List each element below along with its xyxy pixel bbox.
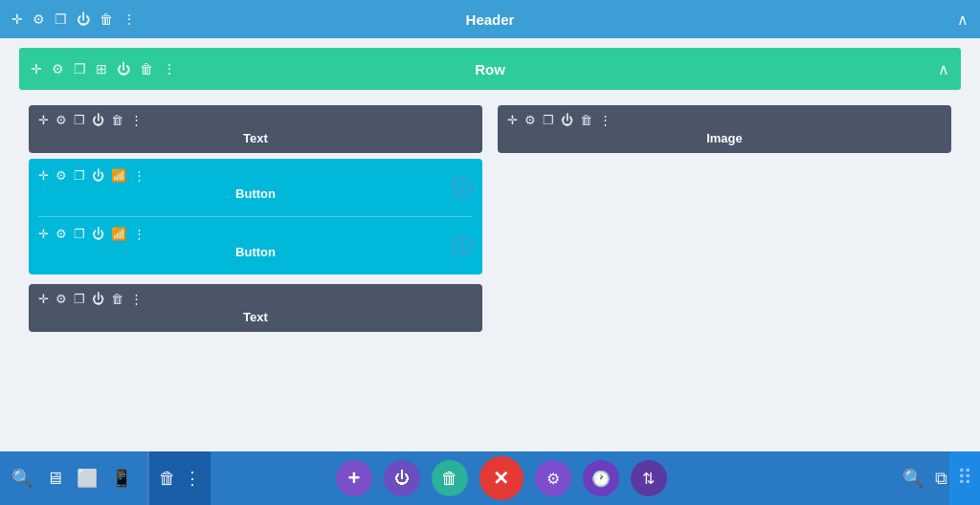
main-area: ✛ ⚙ ❐ ⊞ ⏻ 🗑 ⋮ Row ∧ ✛ ⚙ ❐ ⏻ 🗑 xyxy=(0,38,980,451)
toolbar-delete-button[interactable]: 🗑 xyxy=(432,460,468,496)
header-more-icon[interactable]: ⋮ xyxy=(122,11,136,27)
toolbar-trash-btn[interactable]: 🗑 xyxy=(159,469,176,489)
btn2-more-icon[interactable]: ⋮ xyxy=(133,227,145,241)
toolbar-add-button[interactable]: + xyxy=(336,460,372,496)
toolbar-sort-button[interactable]: ⇅ xyxy=(631,460,667,496)
button-module-2-label: Button xyxy=(38,245,473,267)
btn2-settings-icon[interactable]: ⚙ xyxy=(56,227,67,241)
text1-power-icon[interactable]: ⏻ xyxy=(92,113,104,127)
header-collapse-icon[interactable]: ∧ xyxy=(957,11,969,29)
image-module-header: ✛ ⚙ ❐ ⏻ 🗑 ⋮ xyxy=(498,105,951,131)
text-module-2-header: ✛ ⚙ ❐ ⏻ 🗑 ⋮ xyxy=(29,284,482,310)
text-module-1: ✛ ⚙ ❐ ⏻ 🗑 ⋮ Text xyxy=(29,105,482,153)
header-icons: ✛ ⚙ ❐ ⏻ 🗑 ⋮ xyxy=(11,11,136,27)
toolbar-center-buttons: + ⏻ 🗑 ✕ ⚙ 🕐 ⇅ xyxy=(336,456,667,500)
btn2-power-icon[interactable]: ⏻ xyxy=(92,227,104,241)
left-column: ✛ ⚙ ❐ ⏻ 🗑 ⋮ Text ✛ xyxy=(29,105,482,336)
image-module-label: Image xyxy=(498,131,951,153)
button-module-2-header: ✛ ⚙ ❐ ⏻ 📶 ⋮ xyxy=(38,221,473,245)
bottom-toolbar: 🔍 🖥 ⬜ 📱 🗑 ⋮ + ⏻ 🗑 ✕ ⚙ 🕐 ⇅ 🔍 ⧉ ? ⠿ xyxy=(0,451,980,505)
columns-container: ✛ ⚙ ❐ ⏻ 🗑 ⋮ Text ✛ xyxy=(19,105,961,336)
text1-settings-icon[interactable]: ⚙ xyxy=(56,113,67,127)
toolbar-history-button[interactable]: 🕐 xyxy=(583,460,619,496)
toolbar-more-btn[interactable]: ⋮ xyxy=(184,468,201,489)
text1-more-icon[interactable]: ⋮ xyxy=(130,113,143,127)
row-columns-icon[interactable]: ⊞ xyxy=(96,61,107,77)
text-module-1-icons: ✛ ⚙ ❐ ⏻ 🗑 ⋮ xyxy=(38,113,143,127)
toolbar-power-button[interactable]: ⏻ xyxy=(384,460,420,496)
header-move-icon[interactable]: ✛ xyxy=(11,11,23,27)
toolbar-left-icons: 🔍 🖥 ⬜ 📱 xyxy=(11,468,132,489)
text-module-2-label: Text xyxy=(29,310,482,332)
btn2-move-icon[interactable]: ✛ xyxy=(38,227,49,241)
text-module-2: ✛ ⚙ ❐ ⏻ 🗑 ⋮ Text xyxy=(29,284,482,332)
btn1-settings-icon[interactable]: ⚙ xyxy=(56,168,67,183)
img-move-icon[interactable]: ✛ xyxy=(507,113,518,127)
image-icons: ✛ ⚙ ❐ ⏻ 🗑 ⋮ xyxy=(507,113,612,127)
header-settings-icon[interactable]: ⚙ xyxy=(33,11,45,27)
header-copy-icon[interactable]: ❐ xyxy=(55,11,67,27)
btn1-power-icon[interactable]: ⏻ xyxy=(92,168,104,183)
row-copy-icon[interactable]: ❐ xyxy=(74,61,86,77)
button-module-1: ✛ ⚙ ❐ ⏻ 📶 ⋮ Button ① xyxy=(29,159,482,216)
row-settings-icon[interactable]: ⚙ xyxy=(52,61,64,77)
toolbar-settings-button[interactable]: ⚙ xyxy=(535,460,571,496)
text2-copy-icon[interactable]: ❐ xyxy=(74,292,85,306)
text-module-1-label: Text xyxy=(29,131,482,153)
img-copy-icon[interactable]: ❐ xyxy=(543,113,554,127)
row-collapse-icon[interactable]: ∧ xyxy=(938,60,949,78)
row-bar: ✛ ⚙ ❐ ⊞ ⏻ 🗑 ⋮ Row ∧ xyxy=(19,48,961,90)
btn1-move-icon[interactable]: ✛ xyxy=(38,168,49,183)
image-module: ✛ ⚙ ❐ ⏻ 🗑 ⋮ Image xyxy=(498,105,951,153)
row-more-icon[interactable]: ⋮ xyxy=(163,61,176,77)
dot-grid-icon: ⠿ xyxy=(957,466,972,491)
text2-settings-icon[interactable]: ⚙ xyxy=(56,292,67,306)
toolbar-tablet-icon[interactable]: ⬜ xyxy=(77,468,98,489)
header-power-icon[interactable]: ⏻ xyxy=(77,11,90,27)
toolbar-layers-icon[interactable]: ⧉ xyxy=(935,469,947,489)
text-module-1-header: ✛ ⚙ ❐ ⏻ 🗑 ⋮ xyxy=(29,105,482,131)
text2-more-icon[interactable]: ⋮ xyxy=(130,292,143,306)
row-trash-icon[interactable]: 🗑 xyxy=(140,61,153,77)
header-trash-icon[interactable]: 🗑 xyxy=(100,11,113,27)
button-module-1-header: ✛ ⚙ ❐ ⏻ 📶 ⋮ xyxy=(38,163,473,187)
img-settings-icon[interactable]: ⚙ xyxy=(524,113,536,127)
img-power-icon[interactable]: ⏻ xyxy=(561,113,573,127)
img-more-icon[interactable]: ⋮ xyxy=(599,113,612,127)
text2-move-icon[interactable]: ✛ xyxy=(38,292,49,306)
button1-badge: ① xyxy=(452,177,473,198)
toolbar-trash-area: 🗑 ⋮ xyxy=(147,451,211,505)
row-move-icon[interactable]: ✛ xyxy=(31,61,42,77)
btn1-more-icon[interactable]: ⋮ xyxy=(133,168,145,183)
text2-trash-icon[interactable]: 🗑 xyxy=(111,292,123,306)
button-module-2: ✛ ⚙ ❐ ⏻ 📶 ⋮ Button ② xyxy=(29,217,482,274)
btn1-copy-icon[interactable]: ❐ xyxy=(74,168,85,183)
text2-power-icon[interactable]: ⏻ xyxy=(92,292,104,306)
img-trash-icon[interactable]: 🗑 xyxy=(580,113,592,127)
cyan-buttons-container: ✛ ⚙ ❐ ⏻ 📶 ⋮ Button ① xyxy=(29,159,482,274)
btn2-copy-icon[interactable]: ❐ xyxy=(74,227,85,241)
text-module-2-icons: ✛ ⚙ ❐ ⏻ 🗑 ⋮ xyxy=(38,292,143,306)
row-title: Row xyxy=(475,61,505,77)
toolbar-mobile-icon[interactable]: 📱 xyxy=(111,468,132,489)
header-title: Header xyxy=(466,11,515,28)
row-icons: ✛ ⚙ ❐ ⊞ ⏻ 🗑 ⋮ xyxy=(31,61,176,77)
right-column: ✛ ⚙ ❐ ⏻ 🗑 ⋮ Image xyxy=(498,105,951,336)
text1-copy-icon[interactable]: ❐ xyxy=(74,113,85,127)
btn2-signal-icon[interactable]: 📶 xyxy=(111,227,126,241)
button-module-1-label: Button xyxy=(38,187,473,209)
button1-icons: ✛ ⚙ ❐ ⏻ 📶 ⋮ xyxy=(38,168,145,183)
btn1-signal-icon[interactable]: 📶 xyxy=(111,168,126,183)
toolbar-right-search-icon[interactable]: 🔍 xyxy=(902,468,924,489)
header-bar: ✛ ⚙ ❐ ⏻ 🗑 ⋮ Header ∧ xyxy=(0,0,980,38)
text1-trash-icon[interactable]: 🗑 xyxy=(111,113,123,127)
toolbar-close-button[interactable]: ✕ xyxy=(479,456,523,500)
button2-badge: ② xyxy=(452,235,473,256)
toolbar-search-icon[interactable]: 🔍 xyxy=(11,468,33,489)
button2-icons: ✛ ⚙ ❐ ⏻ 📶 ⋮ xyxy=(38,227,145,241)
text1-move-icon[interactable]: ✛ xyxy=(38,113,49,127)
row-power-icon[interactable]: ⏻ xyxy=(117,61,130,77)
dot-grid-accent: ⠿ xyxy=(949,451,980,505)
toolbar-desktop-icon[interactable]: 🖥 xyxy=(46,469,63,489)
